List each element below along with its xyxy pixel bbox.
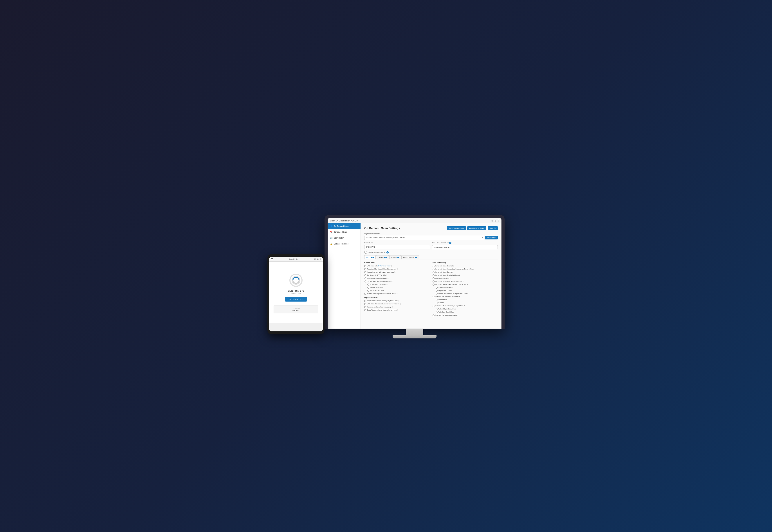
- sidebar-item-history[interactable]: 🔄 Scan History: [328, 235, 360, 241]
- tablet-screen: ☰ Clean My Org ⊞ ⚙ ?: [269, 257, 323, 331]
- radio-blank-summary[interactable]: [433, 271, 435, 273]
- select-specific-radio[interactable]: [364, 251, 367, 254]
- main-content: On Demand Scan Settings Save Favorite Sc…: [361, 223, 501, 329]
- option-authoritative-status: Items with selected Authoritative Conten…: [433, 283, 498, 286]
- radio-broken-webmaps[interactable]: [364, 265, 366, 267]
- radio-hosted-services[interactable]: [364, 271, 366, 273]
- org-group: Organization To Scan con terra GmbH - ht…: [364, 233, 498, 240]
- tablet-monitor-icon: ⊞: [314, 258, 316, 260]
- radio-webmaps-no-app[interactable]: [364, 303, 366, 305]
- settings-icon[interactable]: ⚙: [495, 219, 497, 222]
- tablet-help-icon[interactable]: ?: [320, 258, 321, 260]
- app-layout: 👥 On Demand Scan 📅 Scheduled Scan 🔄 Scan…: [328, 223, 501, 329]
- radio-services-no-webmap[interactable]: [364, 300, 366, 302]
- load-favorite-button[interactable]: Load Favorite Scans: [467, 226, 486, 230]
- option-deprecated: Deprecated Content: [436, 289, 498, 292]
- tablet-topbar: ☰ Clean My Org ⊞ ⚙ ?: [269, 257, 323, 262]
- tablet-ondemand-button[interactable]: On Demand Scan: [285, 297, 307, 302]
- option-not-editable: Not Editable: [436, 299, 498, 301]
- scene: Clean My Organization v1.6.0.9 ⊞ ⚙ ? 👥 O…: [254, 176, 518, 356]
- radio-authoritative[interactable]: [436, 287, 438, 289]
- radio-deprecated[interactable]: [436, 290, 438, 292]
- radio-sync[interactable]: [433, 305, 435, 307]
- scheduled-icon: 📅: [330, 231, 332, 233]
- left-options-col: Broken Items Web maps with Broken refere…: [364, 262, 430, 317]
- orphaned-items-title: Orphaned Items: [364, 297, 430, 298]
- header-buttons: Save Favorite Scans Load Favorite Scans …: [447, 226, 498, 230]
- clear-all-button[interactable]: Clear All: [488, 226, 498, 230]
- radio-blank-access[interactable]: [433, 268, 435, 270]
- tablet-body: ☰ Clean My Org ⊞ ⚙ ?: [267, 254, 324, 334]
- option-no-sync: Without Sync Capabilities: [436, 308, 498, 310]
- tablet-license-value: con terra: [278, 309, 314, 311]
- monitor-titlebar: Clean My Organization v1.6.0.9 ⊞ ⚙ ?: [328, 218, 501, 223]
- option-http-services: Services with HTTP in URL ⓘ: [364, 274, 430, 276]
- option-editable: Services that are or are not editable: [433, 296, 498, 298]
- sidebar-label-history: Scan History: [334, 237, 344, 239]
- main-header: On Demand Scan Settings Save Favorite Sc…: [364, 226, 498, 230]
- email-col: Email Scan Results to: ?: [432, 242, 498, 249]
- sidebar-label-ondemand: On Demand Scan: [334, 225, 349, 227]
- option-longer-13: Longer than 13 characters: [367, 283, 430, 286]
- tab-items[interactable]: Items 1: [364, 255, 376, 259]
- tab-collaborations[interactable]: Collaborations 0: [402, 255, 419, 259]
- hamburger-icon[interactable]: ☰: [271, 258, 273, 260]
- radio-private-public[interactable]: [433, 314, 435, 316]
- org-select[interactable]: con terra GmbH - https://ct.maps.arcgis.…: [364, 236, 484, 240]
- save-favorite-button[interactable]: Save Favorite Scans: [447, 226, 466, 230]
- option-invalid-chars: Invalid character(s): [367, 286, 430, 289]
- radio-blank-description[interactable]: [433, 265, 435, 267]
- option-webmaps-no-app: Web Maps that are not used by any Applic…: [364, 303, 430, 305]
- radio-neither-auth[interactable]: [436, 293, 438, 295]
- option-neither-auth: Neither Authoritative or Deprecated Cont…: [436, 293, 498, 295]
- radio-blank-credits[interactable]: [433, 274, 435, 276]
- org-label: Organization To Scan: [364, 233, 498, 235]
- page-title: On Demand Scan Settings: [364, 226, 400, 230]
- radio-code-attachments[interactable]: [364, 309, 366, 311]
- radio-with-sync[interactable]: [436, 311, 438, 313]
- radio-registered-services[interactable]: [364, 268, 366, 270]
- radio-broken-apps[interactable]: [364, 277, 366, 279]
- option-blank-summary: Items with blank Summary: [433, 271, 498, 273]
- sidebar-item-ondemand[interactable]: 👥 On Demand Scan: [328, 223, 360, 229]
- radio-editable[interactable]: [433, 296, 435, 298]
- radio-http-services[interactable]: [364, 274, 366, 276]
- broken-items-title: Broken Items: [364, 262, 430, 264]
- radio-not-editable[interactable]: [436, 299, 438, 301]
- radio-missing-delete-protection[interactable]: [433, 280, 435, 282]
- email-input[interactable]: [432, 245, 498, 249]
- radio-editable-yes[interactable]: [436, 302, 438, 304]
- sidebar-label-scheduled: Scheduled Scan: [334, 231, 347, 233]
- option-broken-apps: Applications with broken links ⓘ: [364, 277, 430, 279]
- sidebar-item-identities[interactable]: 🔒 Manage Identities: [328, 241, 360, 247]
- option-blank-description: Items with blank description: [433, 265, 498, 267]
- help-icon[interactable]: ?: [498, 219, 499, 222]
- tablet-settings-icon[interactable]: ⚙: [317, 258, 319, 260]
- identity-icon: 🔒: [330, 243, 332, 245]
- radio-nonshared-layers[interactable]: [364, 293, 366, 295]
- radio-empty-gallery[interactable]: [433, 277, 435, 279]
- history-icon: 🔄: [330, 237, 332, 239]
- org-select-wrapper: con terra GmbH - https://ct.maps.arcgis.…: [364, 235, 484, 240]
- option-registered-services: Registered Services with invalid respons…: [364, 268, 430, 270]
- radio-starts-non-letter[interactable]: [367, 290, 369, 292]
- tablet-app-name: clean my org: [288, 289, 304, 292]
- option-services-no-webmap: Services that are not used by any Web Ma…: [364, 300, 430, 302]
- sidebar: 👥 On Demand Scan 📅 Scheduled Scan 🔄 Scan…: [328, 223, 361, 329]
- tablet-icons: ⊞ ⚙ ?: [314, 258, 321, 260]
- radio-no-sync[interactable]: [436, 308, 438, 310]
- ondemand-icon: 👥: [330, 225, 332, 227]
- radio-longer-13[interactable]: [367, 284, 369, 286]
- sidebar-item-scheduled[interactable]: 📅 Scheduled Scan: [328, 229, 360, 235]
- scan-name-input[interactable]: [364, 245, 430, 249]
- tab-users[interactable]: Users 2: [389, 255, 401, 259]
- radio-invalid-chars[interactable]: [367, 287, 369, 289]
- radio-no-category[interactable]: [364, 306, 366, 308]
- radio-authoritative-status[interactable]: [433, 284, 435, 286]
- add-identity-button[interactable]: Add Identity: [485, 236, 498, 239]
- tab-groups[interactable]: Groups 0: [376, 255, 389, 259]
- radio-improper-names[interactable]: [364, 280, 366, 282]
- title-icons: ⊞ ⚙ ?: [492, 219, 499, 222]
- app-title: Clean My Organization v1.6.0.9: [330, 220, 358, 222]
- option-editable-yes: Editable: [436, 302, 498, 304]
